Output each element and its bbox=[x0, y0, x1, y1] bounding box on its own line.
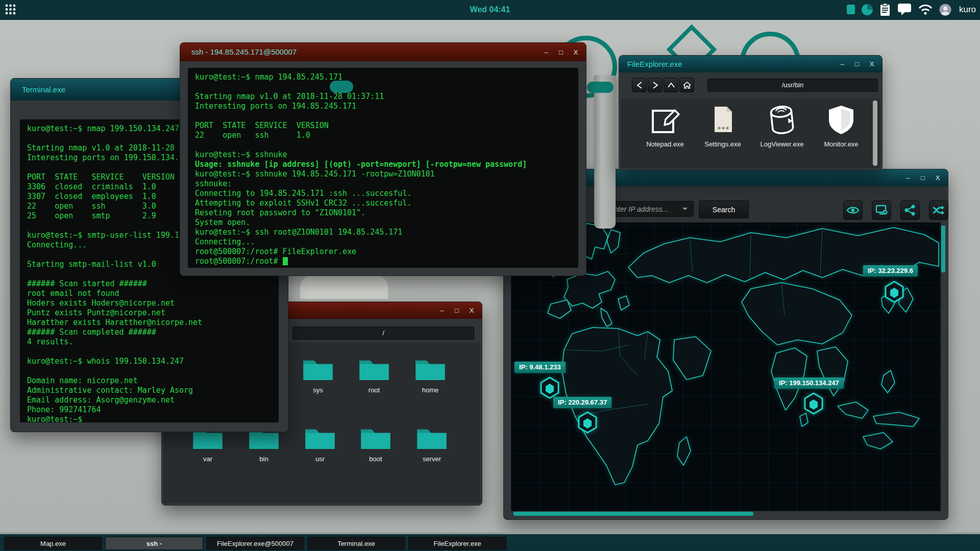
close-button[interactable]: X bbox=[868, 60, 876, 68]
notepad-icon bbox=[649, 104, 681, 135]
forward-button[interactable] bbox=[648, 78, 663, 92]
shuffle-button[interactable] bbox=[929, 201, 948, 220]
minimize-button[interactable]: – bbox=[438, 307, 446, 314]
folder-icon bbox=[358, 357, 390, 381]
file-label: Settings.exe bbox=[694, 140, 751, 148]
taskbar-item-terminal[interactable]: Terminal.exe bbox=[307, 537, 405, 550]
ip-tag[interactable]: IP: 9.48.1.233 bbox=[514, 362, 566, 373]
desktop-shape bbox=[300, 276, 388, 299]
ip-search-input[interactable] bbox=[604, 201, 694, 217]
node-marker-icon[interactable] bbox=[577, 411, 598, 434]
maximize-button[interactable]: □ bbox=[453, 307, 461, 314]
file-item[interactable]: Settings.exe bbox=[694, 104, 751, 148]
up-button[interactable] bbox=[664, 78, 678, 92]
fe-scrollbar[interactable] bbox=[873, 101, 877, 166]
file-explorer-titlebar[interactable]: FileExplorer.exe – □ X bbox=[619, 56, 882, 72]
folder-item[interactable]: home bbox=[402, 357, 459, 394]
folder-label: bin bbox=[235, 455, 292, 463]
close-button[interactable]: X bbox=[572, 48, 580, 56]
desktop-icon-label-pill bbox=[330, 81, 353, 93]
maximize-button[interactable]: □ bbox=[557, 48, 565, 56]
file-label: Monitor.exe bbox=[813, 140, 870, 148]
menu-bar: Wed 04:41 kuro bbox=[0, 0, 980, 20]
minimize-button[interactable]: – bbox=[904, 174, 912, 182]
map-vertical-scrollbar[interactable] bbox=[941, 226, 945, 272]
close-button[interactable]: X bbox=[934, 174, 942, 182]
storage-pie-icon bbox=[862, 4, 873, 15]
folder-label: root bbox=[346, 386, 403, 394]
folder-icon bbox=[360, 425, 391, 450]
back-button[interactable] bbox=[632, 78, 647, 92]
chevron-down-icon[interactable] bbox=[682, 208, 688, 213]
clipboard-icon[interactable] bbox=[879, 3, 891, 16]
logviewer-icon bbox=[764, 102, 800, 137]
folder-icon bbox=[304, 425, 336, 450]
desktop: – □ X Search bbox=[0, 0, 980, 551]
ip-tag[interactable]: IP: 199.150.134.247 bbox=[774, 378, 844, 389]
window-title: Terminal.exe bbox=[22, 79, 65, 101]
eye-button[interactable] bbox=[843, 201, 863, 220]
folder-label: usr bbox=[291, 455, 349, 463]
folder-item[interactable]: boot bbox=[347, 425, 404, 463]
settings-icon bbox=[706, 104, 739, 135]
ip-tag[interactable]: IP: 220.29.67.37 bbox=[553, 397, 611, 408]
search-button[interactable]: Search bbox=[699, 201, 749, 218]
username[interactable]: kuro bbox=[959, 5, 976, 15]
folder-label: home bbox=[402, 386, 459, 394]
folder-label: var bbox=[179, 455, 236, 463]
file-label: LogViewer.exe bbox=[753, 140, 811, 148]
fe-content: Notepad.exe Settings.exe LogViewer.exe M… bbox=[621, 98, 880, 168]
node-marker-icon[interactable] bbox=[803, 392, 824, 415]
ssh-window[interactable]: ssh - 194.85.245.171@500007 – □ X kuro@t… bbox=[180, 42, 586, 276]
window-title: FileExplorer.exe bbox=[627, 56, 682, 72]
address-bar[interactable]: / bbox=[292, 327, 474, 340]
close-button[interactable]: X bbox=[468, 307, 476, 314]
folder-item[interactable]: root bbox=[346, 357, 403, 394]
clock: Wed 04:41 bbox=[0, 5, 980, 14]
ssh-terminal-output[interactable]: kuro@test:~$ nmap 194.85.245.171 Startin… bbox=[188, 68, 578, 268]
ssh-titlebar[interactable]: ssh - 194.85.245.171@500007 – □ X bbox=[180, 43, 586, 61]
monitor-shield-icon bbox=[825, 104, 857, 135]
taskbar: Map.exe ssh - FileExplorer.exe@500007 Te… bbox=[0, 532, 980, 551]
folder-icon bbox=[414, 357, 446, 381]
map-horizontal-scrollbar[interactable] bbox=[513, 512, 753, 516]
node-marker-icon[interactable] bbox=[884, 281, 904, 303]
hidden-window-edge bbox=[594, 76, 616, 229]
file-label: Notepad.exe bbox=[636, 140, 694, 148]
folder-icon bbox=[302, 357, 334, 381]
desktop-icon-label-pill bbox=[587, 82, 614, 93]
wifi-icon[interactable] bbox=[918, 4, 933, 15]
window-title: ssh - 194.85.245.171@500007 bbox=[191, 43, 297, 61]
address-bar[interactable]: /usr/bin bbox=[707, 79, 878, 92]
chat-icon[interactable] bbox=[897, 3, 912, 16]
fe-toolbar: /usr/bin bbox=[621, 72, 880, 98]
folder-icon bbox=[416, 425, 448, 450]
folder-item[interactable]: server bbox=[403, 425, 460, 463]
file-item[interactable]: LogViewer.exe bbox=[753, 104, 811, 148]
remote-screen-button[interactable] bbox=[872, 201, 891, 220]
home-button[interactable] bbox=[679, 78, 694, 92]
file-item[interactable]: Notepad.exe bbox=[636, 104, 694, 148]
taskbar-item-map[interactable]: Map.exe bbox=[4, 537, 102, 550]
file-explorer-window[interactable]: FileExplorer.exe – □ X /usr/bin bbox=[619, 55, 883, 170]
folder-label: sys bbox=[289, 386, 347, 394]
folder-item[interactable]: usr bbox=[291, 425, 349, 463]
maximize-button[interactable]: □ bbox=[919, 174, 927, 182]
minimize-button[interactable]: – bbox=[542, 48, 550, 56]
file-item[interactable]: Monitor.exe bbox=[813, 104, 870, 148]
user-avatar[interactable] bbox=[939, 4, 951, 16]
node-marker-icon[interactable] bbox=[540, 377, 560, 399]
folder-label: boot bbox=[347, 455, 404, 463]
ip-tag[interactable]: IP: 32.23.229.6 bbox=[863, 265, 918, 277]
share-button[interactable] bbox=[900, 201, 920, 220]
taskbar-item-remote-file-explorer[interactable]: FileExplorer.exe@500007 bbox=[206, 537, 304, 550]
battery-icon bbox=[847, 5, 855, 14]
taskbar-item-file-explorer[interactable]: FileExplorer.exe bbox=[408, 537, 506, 550]
folder-label: server bbox=[403, 455, 460, 463]
minimize-button[interactable]: – bbox=[838, 60, 846, 68]
folder-item[interactable]: sys bbox=[289, 357, 347, 394]
taskbar-item-ssh[interactable]: ssh - bbox=[105, 537, 203, 550]
maximize-button[interactable]: □ bbox=[853, 60, 861, 68]
